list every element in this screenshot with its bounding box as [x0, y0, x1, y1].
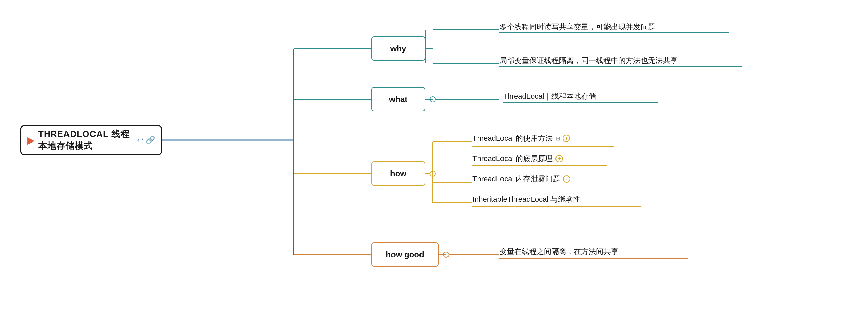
how-leaf-4-text: InheritableThreadLocal 与继承性 [472, 194, 580, 204]
how-leaf-1[interactable]: ThreadLocal 的使用方法 ⊞ + [472, 133, 570, 144]
how-leaf-1-text: ThreadLocal 的使用方法 [472, 133, 553, 144]
how-leaf-2-underline [472, 165, 607, 166]
what-leaf-1-text: ThreadLocal｜线程本地存储 [503, 91, 596, 101]
how-leaf-4: InheritableThreadLocal 与继承性 [472, 194, 580, 204]
central-node: ▶ THREADLOCAL 线程本地存储模式 ↩ 🔗 [20, 125, 162, 155]
link-icon[interactable]: 🔗 [146, 136, 155, 145]
central-title: THREADLOCAL 线程本地存储模式 [38, 128, 131, 152]
why-leaf-2-underline [499, 66, 742, 67]
how-leaf-2-text: ThreadLocal 的底层原理 [472, 154, 553, 164]
undo-icon[interactable]: ↩ [137, 136, 143, 145]
why-node[interactable]: why [371, 36, 425, 61]
what-label: what [389, 95, 408, 104]
central-icons: ↩ 🔗 [137, 136, 155, 145]
why-leaf-1-underline [499, 32, 729, 33]
howgood-node[interactable]: how good [371, 242, 439, 267]
howgood-leaf-1: 变量在线程之间隔离，在方法间共享 [499, 247, 618, 257]
howgood-leaf-underline [499, 258, 688, 259]
flag-icon: ▶ [27, 135, 35, 146]
how-label: how [390, 169, 406, 178]
why-leaf-2-text: 局部变量保证线程隔离，同一线程中的方法也无法共享 [499, 56, 678, 66]
mind-map-canvas: ▶ THREADLOCAL 线程本地存储模式 ↩ 🔗 why what how … [0, 0, 868, 310]
how-leaf-3-expand[interactable]: + [563, 175, 570, 183]
svg-point-1 [430, 171, 435, 176]
how-node[interactable]: how [371, 161, 425, 186]
what-node[interactable]: what [371, 87, 425, 111]
what-leaf-underline [503, 102, 658, 103]
what-leaf-1: ThreadLocal｜线程本地存储 [503, 91, 596, 101]
svg-point-0 [430, 97, 435, 102]
how-leaf-3-underline [472, 186, 614, 186]
howgood-label: how good [386, 250, 424, 259]
why-leaf-1: 多个线程同时读写共享变量，可能出现并发问题 [499, 22, 655, 32]
howgood-leaf-1-text: 变量在线程之间隔离，在方法间共享 [499, 247, 618, 257]
why-leaf-2: 局部变量保证线程隔离，同一线程中的方法也无法共享 [499, 56, 678, 66]
how-leaf-2-expand[interactable]: + [555, 155, 563, 162]
how-leaf-4-underline [472, 206, 641, 207]
how-leaf-3[interactable]: ThreadLocal 内存泄露问题 + [472, 174, 570, 184]
how-leaf-3-text: ThreadLocal 内存泄露问题 [472, 174, 560, 184]
how-leaf-1-expand[interactable]: + [563, 135, 570, 142]
svg-point-2 [443, 252, 449, 257]
table-icon: ⊞ [555, 135, 560, 142]
how-leaf-2[interactable]: ThreadLocal 的底层原理 + [472, 154, 563, 164]
how-leaf-1-underline [472, 146, 614, 147]
why-label: why [390, 44, 406, 53]
why-leaf-1-text: 多个线程同时读写共享变量，可能出现并发问题 [499, 22, 655, 32]
